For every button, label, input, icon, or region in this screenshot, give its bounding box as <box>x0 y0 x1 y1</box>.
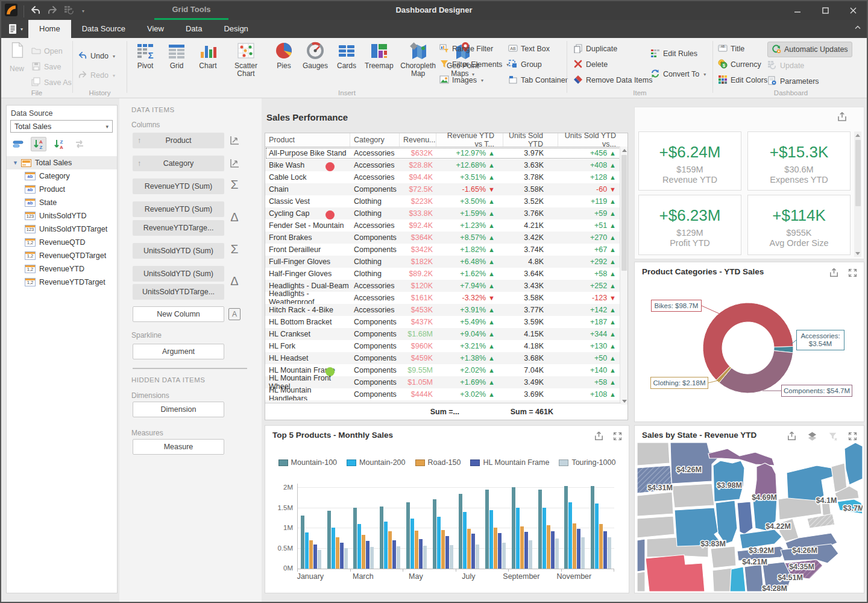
legend-item-mountain-200[interactable]: Mountain-200 <box>347 458 405 467</box>
table-row[interactable]: Headlights - WeatherproofAccessories$161… <box>265 292 621 304</box>
delta-icon[interactable]: Δ <box>228 210 241 224</box>
bar-hl-mountain-frame[interactable] <box>577 529 580 569</box>
tree-root-total-sales[interactable]: ▼Total Sales <box>7 156 117 169</box>
bar-hl-mountain-frame[interactable] <box>313 545 317 569</box>
state[interactable] <box>807 514 835 528</box>
bar-hl-mountain-frame[interactable] <box>340 543 344 569</box>
bar-road-150[interactable] <box>494 528 497 569</box>
filter-elements-button[interactable]: Filter Elements▾ <box>439 57 509 72</box>
open-button[interactable]: Open <box>31 44 63 58</box>
table-row[interactable]: HL HeadsetComponents$459K+1.38%▲3.68K+50… <box>265 352 621 364</box>
tab-home[interactable]: Home <box>28 20 71 38</box>
bar-touring-1000[interactable] <box>502 543 506 569</box>
delete-button[interactable]: Delete <box>573 57 652 72</box>
bar-touring-1000[interactable] <box>423 546 427 569</box>
bar-mountain-200[interactable] <box>463 512 467 569</box>
bar-touring-1000[interactable] <box>476 545 479 569</box>
redo-button[interactable]: Redo ▾ <box>78 68 115 83</box>
treemap-button[interactable]: Treemap <box>362 38 396 78</box>
move-fields-icon[interactable] <box>72 137 87 151</box>
state[interactable] <box>637 516 675 538</box>
bar-touring-1000[interactable] <box>450 545 453 569</box>
col-header-product[interactable]: Product <box>265 133 350 147</box>
scroll-down-icon[interactable] <box>854 250 861 257</box>
bar-mountain-200[interactable] <box>410 519 414 569</box>
update-button[interactable]: Update <box>767 58 852 73</box>
text-format-icon[interactable]: A <box>228 308 241 320</box>
images-button[interactable]: Images▾ <box>439 73 509 87</box>
table-row[interactable]: Front BrakesComponents$364K+8.57%▲3.42K+… <box>265 232 621 244</box>
bar-mountain-200[interactable] <box>489 510 493 569</box>
legend-item-touring-1000[interactable]: Touring-1000 <box>559 458 615 467</box>
pivot-button[interactable]: ΣPivot <box>130 38 161 78</box>
bar-hl-mountain-frame[interactable] <box>471 534 475 569</box>
app-logo-icon[interactable] <box>5 4 17 19</box>
bar-road-150[interactable] <box>441 530 445 569</box>
tree-field-state[interactable]: abState <box>7 196 117 209</box>
table-row[interactable]: All-Purpose Bike StandAccessories$632K+1… <box>265 147 621 159</box>
save-button[interactable]: Save <box>31 60 61 74</box>
chip-units-target[interactable]: UnitsSoldYTDTarge... <box>133 284 224 300</box>
tab-data[interactable]: Data <box>175 20 213 38</box>
redo-icon[interactable] <box>47 5 58 17</box>
legend-item-road-150[interactable]: Road-150 <box>415 458 461 467</box>
measure-chip[interactable]: Measure <box>133 439 224 455</box>
col-header-revenue-vs-target[interactable]: Revenue YTD vs T... <box>436 133 503 147</box>
undo-caret-icon[interactable]: ▾ <box>113 54 115 59</box>
argument-axis-icon[interactable] <box>228 157 241 172</box>
state[interactable] <box>637 572 645 592</box>
state[interactable] <box>672 484 714 508</box>
state[interactable] <box>646 555 705 592</box>
chart-button[interactable]: Chart <box>192 38 224 78</box>
data-source-select[interactable]: Total Sales ▾ <box>10 120 113 133</box>
table-row[interactable]: HL ForkComponents$960K+3.21%▲4.18K+130▲ <box>265 340 621 352</box>
bar-mountain-100[interactable] <box>459 494 462 569</box>
table-row[interactable]: Hitch Rack - 4-BikeAccessories$453K+3.91… <box>265 304 621 316</box>
argument-axis-icon[interactable] <box>228 134 241 149</box>
col-header-units-sold[interactable]: Units Sold YTD <box>503 133 558 147</box>
chevron-down-icon[interactable]: ▼ <box>13 160 21 166</box>
table-row[interactable]: HL CranksetComponents$1.68M+9.04%▲4.15K+… <box>265 328 621 340</box>
bar-road-150[interactable] <box>573 523 576 569</box>
parameters-button[interactable]: Parameters <box>767 74 852 89</box>
tree-field-product[interactable]: abProduct <box>7 183 117 196</box>
table-row[interactable]: ChainComponents$72.5K-1.65%▼3.58K-60▼ <box>265 183 621 195</box>
state[interactable] <box>744 564 764 592</box>
undo-icon[interactable] <box>30 5 41 17</box>
chip-units-sum[interactable]: UnitsSoldYTD (Sum) <box>133 243 224 259</box>
chip-category[interactable]: ↑Category <box>133 156 224 171</box>
tree-field-revenueytd[interactable]: 1,2RevenueYTD <box>7 262 117 276</box>
bar-mountain-200[interactable] <box>568 502 572 569</box>
sort-az-icon[interactable]: AZ <box>31 137 46 151</box>
redo-caret-icon[interactable]: ▾ <box>113 73 115 78</box>
table-row[interactable]: Half-Finger GlovesClothing$89.2K+1.62%▲3… <box>265 268 621 280</box>
chip-revenue-target[interactable]: RevenueYTDTarge... <box>133 220 224 236</box>
bar-mountain-200[interactable] <box>384 522 388 569</box>
bar-touring-1000[interactable] <box>581 537 585 569</box>
automatic-updates-button[interactable]: Automatic Updates <box>767 42 852 57</box>
choropleth-map-button[interactable]: Choropleth Map <box>396 38 441 78</box>
table-row[interactable]: Fender Set - MountainAccessories$92.4K+1… <box>265 219 621 232</box>
context-tab-header[interactable]: Grid Tools <box>154 1 228 20</box>
gauges-button[interactable]: Gauges <box>300 38 331 78</box>
argument-chip[interactable]: Argument <box>133 344 224 359</box>
edit-rules-button[interactable]: Edit Rules <box>650 46 706 61</box>
qat-dropdown-caret-icon[interactable]: ▾ <box>82 8 84 14</box>
undo-button[interactable]: Undo ▾ <box>78 49 115 63</box>
tree-field-unitssoldytd[interactable]: 123UnitsSoldYTD <box>7 209 117 223</box>
bar-mountain-100[interactable] <box>380 507 383 569</box>
tree-field-revenueqtd[interactable]: 1,2RevenueQTD <box>7 236 117 249</box>
range-filter-button[interactable]: Range Filter <box>439 42 509 56</box>
maximize-item-icon[interactable] <box>848 431 858 444</box>
bar-road-150[interactable] <box>547 525 550 569</box>
delta-icon[interactable]: Δ <box>228 274 241 288</box>
col-header-revenue[interactable]: Revenu... <box>400 133 436 147</box>
convert-to-button[interactable]: Convert To▾ <box>650 67 706 81</box>
scrollbar-thumb[interactable] <box>621 155 627 271</box>
currency-button[interactable]: €$Currency <box>718 57 767 72</box>
table-row[interactable]: HL Bottom BracketComponents$437K+5.49%▲3… <box>265 316 621 328</box>
bar-hl-mountain-frame[interactable] <box>419 539 423 569</box>
state[interactable] <box>730 567 746 592</box>
table-row[interactable]: HL Mountain HandlebarsComponents$444K+3.… <box>265 388 621 400</box>
sort-za-icon[interactable]: ZA <box>51 137 67 151</box>
